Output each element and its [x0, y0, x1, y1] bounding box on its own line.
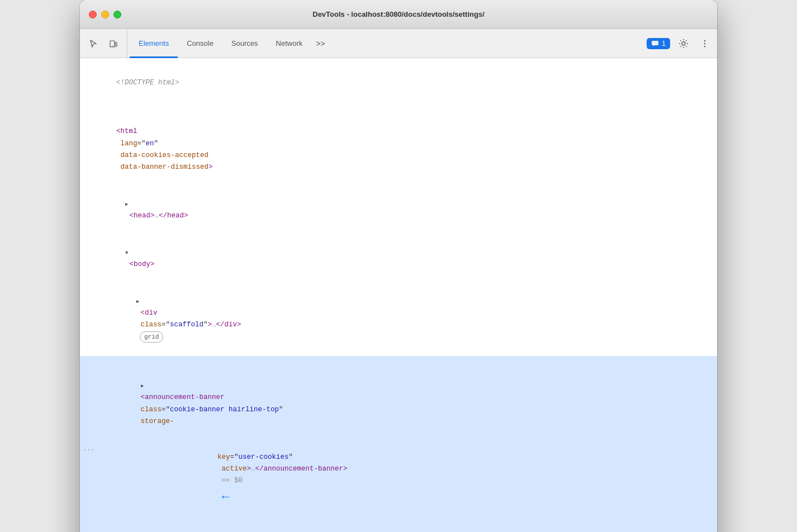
devtools-toolbar: Elements Console Sources Network >> 1 [80, 29, 717, 58]
tab-network[interactable]: Network [267, 30, 312, 58]
more-vertical-icon [700, 39, 709, 48]
dom-line-div-scaffold[interactable]: ▶ <div class="scaffold">…</div> grid [80, 283, 717, 356]
main-tabs: Elements Console Sources Network >> [130, 29, 642, 58]
more-tabs-button[interactable]: >> [311, 29, 329, 58]
gear-icon [679, 39, 689, 49]
traffic-lights [89, 11, 121, 18]
toolbar-right: 1 [642, 29, 713, 58]
chat-icon [651, 40, 659, 48]
cursor-icon [89, 39, 98, 48]
dom-panel: <!DOCTYPE html> <html lang="en" data-coo… [80, 58, 717, 532]
maximize-button[interactable] [113, 11, 121, 18]
svg-point-2 [112, 45, 113, 46]
tab-console[interactable]: Console [178, 30, 222, 58]
svg-point-5 [704, 40, 705, 41]
grid-badge: grid [140, 331, 163, 343]
svg-point-7 [704, 45, 705, 46]
device-icon [109, 39, 118, 48]
close-button[interactable] [89, 11, 97, 18]
dots-indicator: ··· [83, 445, 94, 455]
svg-point-4 [682, 42, 685, 45]
selected-element-arrow: ← [222, 487, 229, 507]
dom-line-head[interactable]: ▶ <head>…</head> [80, 186, 717, 235]
tab-sources[interactable]: Sources [222, 30, 267, 58]
window-title: DevTools - localhost:8080/docs/devtools/… [312, 10, 485, 18]
dom-line-html[interactable]: <html lang="en" data-cookies-accepted da… [80, 102, 717, 186]
tab-elements[interactable]: Elements [130, 30, 178, 58]
toolbar-icon-group [84, 29, 127, 58]
more-options-button[interactable] [697, 36, 713, 51]
settings-button[interactable] [675, 35, 692, 53]
title-bar: DevTools - localhost:8080/docs/devtools/… [80, 0, 717, 29]
notification-badge[interactable]: 1 [647, 38, 670, 49]
svg-rect-1 [115, 42, 117, 46]
dom-line-body[interactable]: ▼ <body> [80, 235, 717, 283]
svg-point-6 [704, 42, 705, 44]
select-element-button[interactable] [84, 35, 102, 53]
dollar-zero: == $0 [217, 477, 243, 484]
dom-line-doctype: <!DOCTYPE html> [80, 65, 717, 102]
devtools-window: DevTools - localhost:8080/docs/devtools/… [80, 0, 717, 532]
dom-line-announcement-banner[interactable]: ··· ▶ <announcement-banner class="cookie… [80, 356, 717, 532]
minimize-button[interactable] [101, 11, 109, 18]
device-toggle-button[interactable] [105, 35, 122, 53]
